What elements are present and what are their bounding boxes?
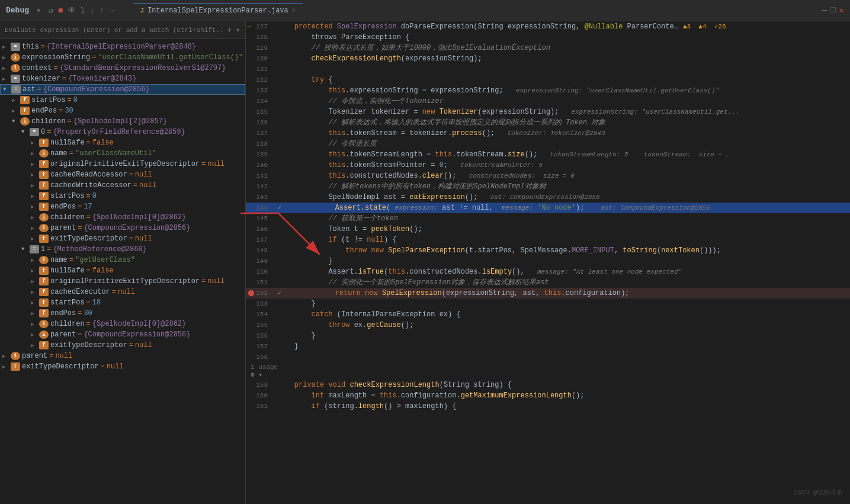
expand-arrow-icon[interactable]: ▶	[31, 332, 39, 338]
tree-item[interactable]: ▼ichildren = {SpelNodeImpl[2]@2857}	[0, 116, 245, 127]
line-number: 149	[246, 256, 272, 267]
var-value: {MethodReference@2860}	[53, 245, 146, 253]
var-type-icon: f	[20, 96, 30, 104]
tree-item[interactable]: ▶icontext = {StandardBeanExpressionResol…	[0, 63, 245, 73]
expand-arrow-icon[interactable]: ▶	[31, 342, 39, 349]
maximize-icon[interactable]: □	[830, 5, 835, 15]
tree-item[interactable]: ▼=0 = {PropertyOrFieldReference@2859}	[0, 127, 245, 137]
expand-arrow-icon[interactable]: ▶	[2, 44, 11, 50]
expand-arrow-icon[interactable]: ▶	[31, 236, 39, 242]
tree-item[interactable]: ▶iparent = {CompoundExpression@2856}	[0, 223, 245, 233]
run-to-icon[interactable]: →	[109, 6, 114, 15]
expand-arrow-icon[interactable]: ▶	[31, 182, 39, 189]
view-icon[interactable]: 👁	[68, 6, 76, 15]
var-value: null	[55, 352, 72, 360]
var-equals-sign: =	[78, 224, 82, 232]
expand-arrow-icon[interactable]: ▶	[31, 172, 39, 178]
tree-item[interactable]: ▶fexitTypeDescriptor = null	[0, 233, 245, 244]
restart-icon[interactable]: ↺	[48, 5, 53, 15]
tree-item[interactable]: ▶foriginalPrimitiveExitTypeDescriptor = …	[0, 159, 245, 169]
tree-item[interactable]: ▶fcachedWriteAccessor = null	[0, 180, 245, 191]
tree-item[interactable]: ▶iparent = {CompoundExpression@2856}	[0, 329, 245, 340]
tree-item[interactable]: ▼=ast = {CompoundExpression@2856}	[0, 84, 245, 95]
var-name: parent	[50, 224, 76, 232]
expand-arrow-icon[interactable]: ▶	[2, 54, 11, 61]
expand-arrow-icon[interactable]: ▶	[31, 289, 39, 296]
expand-arrow-icon[interactable]: ▶	[31, 225, 39, 232]
tree-item[interactable]: ▶fexitTypeDescriptor = null	[0, 340, 245, 351]
tree-item[interactable]: ▶iname = "getUserClass"	[0, 255, 245, 265]
expand-arrow-icon[interactable]: ▶	[31, 278, 39, 285]
var-value: 0	[73, 96, 78, 104]
step-over-icon[interactable]: ⤵	[81, 6, 85, 15]
expand-arrow-icon[interactable]: ▶	[31, 193, 39, 200]
tab-close-btn[interactable]: ×	[292, 8, 296, 14]
var-name: children	[50, 213, 85, 221]
tree-item[interactable]: ▶foriginalPrimitiveExitTypeDescriptor = …	[0, 276, 245, 287]
tree-item[interactable]: ▶iname = "userClassNameUtil"	[0, 148, 245, 159]
minimize-icon[interactable]: —	[822, 5, 827, 15]
tree-item[interactable]: ▶fcachedExecutor = null	[0, 287, 245, 297]
var-type-icon: f	[39, 181, 49, 190]
expand-arrow-icon[interactable]: ▶	[2, 353, 11, 359]
watch-dropdown-btn[interactable]: ▾	[236, 25, 240, 35]
var-value: {CompoundExpression@2856}	[84, 224, 190, 232]
line-number: 137	[246, 128, 272, 139]
var-equals-sign: =	[86, 139, 91, 147]
expand-arrow-icon[interactable]: ▶	[31, 321, 39, 328]
tree-item[interactable]: ▶fstartPos = 0	[0, 95, 245, 105]
expand-arrow-icon[interactable]: ▼	[3, 86, 11, 92]
step-out-icon[interactable]: ↑	[100, 6, 104, 15]
tree-item[interactable]: ▶fstartPos = 0	[0, 191, 245, 201]
tree-item[interactable]: ▶=this = {InternalSpelExpressionParser@2…	[0, 41, 245, 52]
expand-arrow-icon[interactable]: ▶	[31, 214, 39, 221]
expand-arrow-icon[interactable]: ▶	[31, 161, 39, 168]
tree-item[interactable]: ▶=tokenizer = {Tokenizer@2843}	[0, 73, 245, 84]
expand-arrow-icon[interactable]: ▶	[31, 300, 39, 306]
expand-arrow-icon[interactable]: ▶	[12, 97, 20, 104]
expand-arrow-icon[interactable]: ▶	[31, 140, 39, 146]
tree-item[interactable]: ▶fnullSafe = false	[0, 137, 245, 148]
expand-arrow-icon[interactable]: ▶	[2, 65, 11, 72]
expand-arrow-icon[interactable]: ▶	[31, 204, 39, 210]
code-content: // 获取第一个token	[272, 213, 850, 224]
tree-item[interactable]: ▶ichildren = {SpelNodeImpl[0]@2862}	[0, 212, 245, 223]
breakpoint-dot[interactable]	[248, 290, 254, 296]
close-window-icon[interactable]: ✕	[839, 5, 844, 15]
tree-item[interactable]: ▶fendPos = 30	[0, 308, 245, 319]
tab-file[interactable]: J InternalSpelExpressionParser.java ×	[133, 4, 303, 17]
expand-arrow-icon[interactable]: ▼	[12, 118, 20, 124]
code-content: checkExpressionLength(expressionString);	[272, 53, 850, 64]
tree-item[interactable]: ▶iexpressionString = "userClassNameUtil.…	[0, 52, 245, 63]
watch-add-btn[interactable]: +	[227, 25, 232, 35]
var-value: {StandardBeanExpressionResolver$1@2797}	[60, 64, 226, 72]
code-area[interactable]: →127 protected SpelExpression doParseExp…	[246, 21, 850, 504]
step-into-icon[interactable]: ↓	[89, 6, 94, 15]
tree-item[interactable]: ▶fendPos = 17	[0, 201, 245, 212]
tree-item[interactable]: ▶fcachedReadAccessor = null	[0, 169, 245, 180]
tree-item[interactable]: ▶fexitTypeDescriptor = null	[0, 361, 245, 372]
expand-arrow-icon[interactable]: ▶	[31, 268, 39, 274]
tree-item[interactable]: ▶ichildren = {SpelNodeImpl[0]@2862}	[0, 319, 245, 329]
stop-icon[interactable]: ■	[58, 6, 63, 15]
var-value: {InternalSpelExpressionParser@2848}	[47, 43, 196, 51]
tree-item[interactable]: ▼=1 = {MethodReference@2860}	[0, 244, 245, 255]
watch-input[interactable]	[5, 27, 223, 34]
expand-arrow-icon[interactable]: ▶	[31, 310, 39, 317]
vars-tree[interactable]: ▶=this = {InternalSpelExpressionParser@2…	[0, 39, 245, 504]
table-row: 137 this.tokenStream = tokenizer.process…	[246, 128, 850, 139]
dropdown-icon[interactable]: ▾	[36, 5, 41, 15]
expand-arrow-icon[interactable]: ▼	[21, 246, 30, 252]
tree-item[interactable]: ▶fstartPos = 18	[0, 297, 245, 308]
tree-item[interactable]: ▶fnullSafe = false	[0, 265, 245, 276]
tree-item[interactable]: ▶fendPos = 30	[0, 105, 245, 116]
expand-arrow-icon[interactable]: ▶	[2, 76, 11, 82]
expand-arrow-icon[interactable]: ▶	[12, 108, 20, 114]
line-number: 135	[246, 107, 272, 117]
expand-arrow-icon[interactable]: ▶	[31, 257, 39, 264]
var-equals-sign: =	[78, 330, 82, 339]
expand-arrow-icon[interactable]: ▶	[2, 364, 11, 370]
expand-arrow-icon[interactable]: ▼	[21, 129, 30, 135]
expand-arrow-icon[interactable]: ▶	[31, 150, 39, 157]
tree-item[interactable]: ▶iparent = null	[0, 351, 245, 361]
